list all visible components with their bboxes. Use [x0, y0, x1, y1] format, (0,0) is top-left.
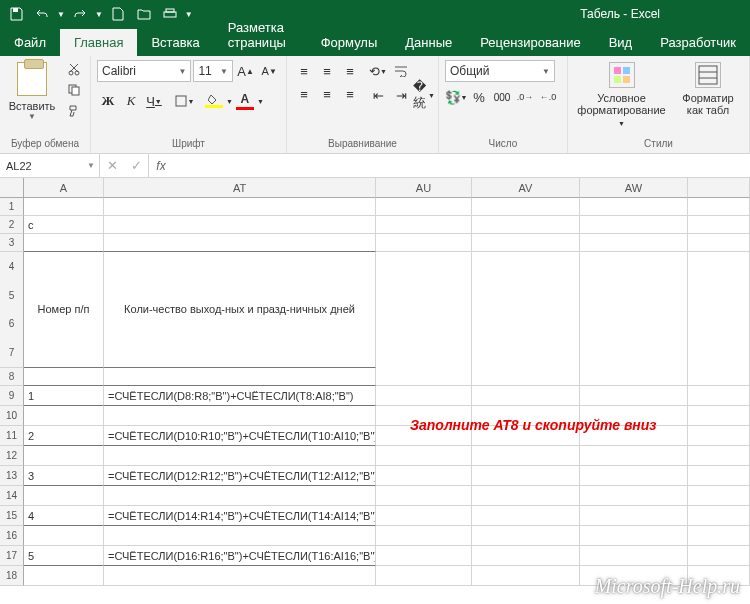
- cell[interactable]: [104, 198, 376, 216]
- column-header-A[interactable]: A: [24, 178, 104, 198]
- column-header-AX[interactable]: [688, 178, 750, 198]
- row-header[interactable]: 9: [0, 386, 24, 406]
- cell[interactable]: [376, 234, 472, 252]
- header-cell-AW[interactable]: [580, 252, 688, 368]
- cell[interactable]: [580, 368, 688, 386]
- increase-indent-icon[interactable]: ⇥: [390, 84, 412, 106]
- header-cell-AU[interactable]: [376, 252, 472, 368]
- cell[interactable]: [472, 216, 580, 234]
- worksheet-grid[interactable]: AATAUAVAW 12с34567Номер п/пКоли-чество в…: [0, 178, 750, 586]
- cell[interactable]: [472, 198, 580, 216]
- decrease-font-icon[interactable]: A▼: [258, 60, 280, 82]
- cell[interactable]: [376, 216, 472, 234]
- cell[interactable]: [376, 526, 472, 546]
- redo-dropdown[interactable]: ▼: [94, 10, 104, 19]
- tab-review[interactable]: Рецензирование: [466, 29, 594, 56]
- cell[interactable]: [688, 234, 750, 252]
- column-header-AT[interactable]: AT: [104, 178, 376, 198]
- cell[interactable]: [376, 368, 472, 386]
- formula-input[interactable]: [173, 154, 750, 177]
- cell[interactable]: [24, 486, 104, 506]
- row-header[interactable]: 1: [0, 198, 24, 216]
- format-painter-icon[interactable]: [64, 102, 84, 120]
- accounting-format-icon[interactable]: 💱▼: [445, 86, 467, 108]
- percent-format-icon[interactable]: %: [468, 86, 490, 108]
- header-cell-AT[interactable]: Коли-чество выход-ных и празд-ничных дне…: [104, 252, 376, 368]
- tab-data[interactable]: Данные: [391, 29, 466, 56]
- name-box[interactable]: AL22▼: [0, 154, 100, 177]
- cell[interactable]: [580, 234, 688, 252]
- cell[interactable]: [472, 566, 580, 586]
- cell[interactable]: [688, 446, 750, 466]
- header-cell-AV[interactable]: [472, 252, 580, 368]
- tab-formulas[interactable]: Формулы: [307, 29, 392, 56]
- align-center-icon[interactable]: ≡: [316, 83, 338, 105]
- cell[interactable]: [376, 486, 472, 506]
- cell[interactable]: [688, 216, 750, 234]
- orientation-icon[interactable]: ⟲▼: [367, 60, 389, 82]
- cell[interactable]: [580, 506, 688, 526]
- copy-icon[interactable]: [64, 81, 84, 99]
- column-header-AV[interactable]: AV: [472, 178, 580, 198]
- comma-format-icon[interactable]: 000: [491, 86, 513, 108]
- cell[interactable]: [104, 486, 376, 506]
- cell[interactable]: [580, 466, 688, 486]
- select-all-corner[interactable]: [0, 178, 24, 198]
- cell[interactable]: =СЧЁТЕСЛИ(D8:R8;"В")+СЧЁТЕСЛИ(T8:AI8;"В"…: [104, 386, 376, 406]
- cell[interactable]: [580, 546, 688, 566]
- cell[interactable]: [688, 426, 750, 446]
- cell[interactable]: [688, 406, 750, 426]
- cell[interactable]: [688, 368, 750, 386]
- tab-file[interactable]: Файл: [0, 29, 60, 56]
- font-color-button[interactable]: A: [234, 90, 256, 112]
- cell[interactable]: [104, 368, 376, 386]
- redo-icon[interactable]: [68, 2, 92, 26]
- cell[interactable]: [688, 486, 750, 506]
- cell[interactable]: с: [24, 216, 104, 234]
- cell[interactable]: [688, 198, 750, 216]
- header-cell-A[interactable]: Номер п/п: [24, 252, 104, 368]
- cell[interactable]: [472, 386, 580, 406]
- cell[interactable]: [472, 466, 580, 486]
- column-header-AU[interactable]: AU: [376, 178, 472, 198]
- cell[interactable]: [472, 546, 580, 566]
- cell[interactable]: [580, 446, 688, 466]
- font-name-combo[interactable]: Calibri▼: [97, 60, 191, 82]
- qat-customize-dropdown[interactable]: ▼: [184, 10, 194, 19]
- wrap-text-icon[interactable]: [390, 60, 412, 82]
- row-header[interactable]: 13: [0, 466, 24, 486]
- row-header[interactable]: 10: [0, 406, 24, 426]
- cell[interactable]: [376, 386, 472, 406]
- align-middle-icon[interactable]: ≡: [316, 60, 338, 82]
- new-doc-icon[interactable]: [106, 2, 130, 26]
- tab-home[interactable]: Главная: [60, 29, 137, 56]
- cancel-formula-icon[interactable]: ✕: [100, 155, 124, 177]
- cell[interactable]: [688, 386, 750, 406]
- cell[interactable]: [580, 486, 688, 506]
- cell[interactable]: [472, 486, 580, 506]
- cell[interactable]: [688, 506, 750, 526]
- row-header[interactable]: 4567: [0, 252, 24, 368]
- cell[interactable]: [688, 466, 750, 486]
- cell[interactable]: =СЧЁТЕСЛИ(D10:R10;"В")+СЧЁТЕСЛИ(T10:AI10…: [104, 426, 376, 446]
- cell[interactable]: [104, 216, 376, 234]
- cell[interactable]: =СЧЁТЕСЛИ(D14:R14;"В")+СЧЁТЕСЛИ(T14:AI14…: [104, 506, 376, 526]
- cell[interactable]: [580, 216, 688, 234]
- cell[interactable]: [104, 446, 376, 466]
- decrease-indent-icon[interactable]: ⇤: [367, 84, 389, 106]
- conditional-formatting-button[interactable]: Условное форматирование ▼: [574, 60, 669, 128]
- cell[interactable]: 3: [24, 466, 104, 486]
- row-header[interactable]: 3: [0, 234, 24, 252]
- align-right-icon[interactable]: ≡: [339, 83, 361, 105]
- fx-icon[interactable]: fx: [149, 154, 173, 177]
- row-header[interactable]: 14: [0, 486, 24, 506]
- cell[interactable]: [688, 526, 750, 546]
- cell[interactable]: [376, 198, 472, 216]
- row-header[interactable]: 18: [0, 566, 24, 586]
- tab-page-layout[interactable]: Разметка страницы: [214, 14, 307, 56]
- cell[interactable]: [472, 526, 580, 546]
- tab-developer[interactable]: Разработчик: [646, 29, 750, 56]
- undo-dropdown[interactable]: ▼: [56, 10, 66, 19]
- align-left-icon[interactable]: ≡: [293, 83, 315, 105]
- increase-font-icon[interactable]: A▲: [235, 60, 257, 82]
